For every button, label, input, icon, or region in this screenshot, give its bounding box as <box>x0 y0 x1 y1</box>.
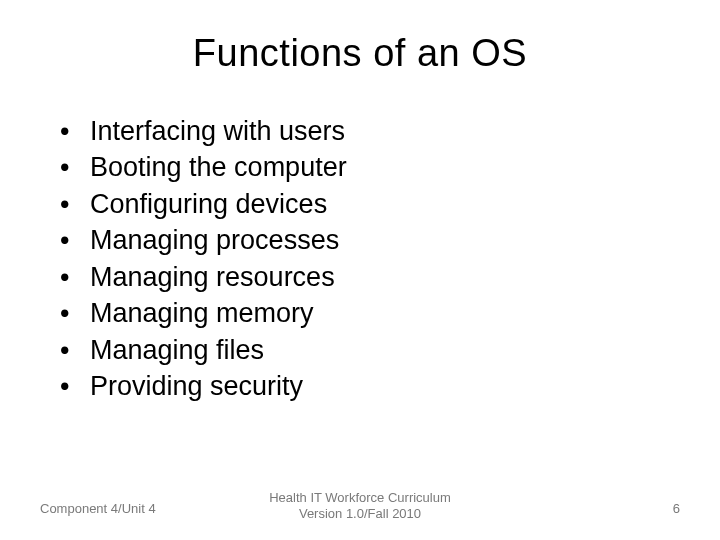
list-item: Configuring devices <box>50 186 720 222</box>
list-item: Managing memory <box>50 295 720 331</box>
list-item: Interfacing with users <box>50 113 720 149</box>
footer-center-text: Health IT Workforce Curriculum Version 1… <box>0 490 720 523</box>
slide: Functions of an OS Interfacing with user… <box>0 0 720 540</box>
list-item: Managing processes <box>50 222 720 258</box>
slide-number: 6 <box>673 501 680 516</box>
footer-center-line2: Version 1.0/Fall 2010 <box>0 506 720 522</box>
list-item: Managing files <box>50 332 720 368</box>
slide-footer: Component 4/Unit 4 Health IT Workforce C… <box>0 482 720 522</box>
list-item: Providing security <box>50 368 720 404</box>
list-item: Managing resources <box>50 259 720 295</box>
bullet-list: Interfacing with users Booting the compu… <box>50 113 720 405</box>
list-item: Booting the computer <box>50 149 720 185</box>
footer-center-line1: Health IT Workforce Curriculum <box>0 490 720 506</box>
slide-content: Interfacing with users Booting the compu… <box>0 95 720 405</box>
slide-title: Functions of an OS <box>0 0 720 95</box>
